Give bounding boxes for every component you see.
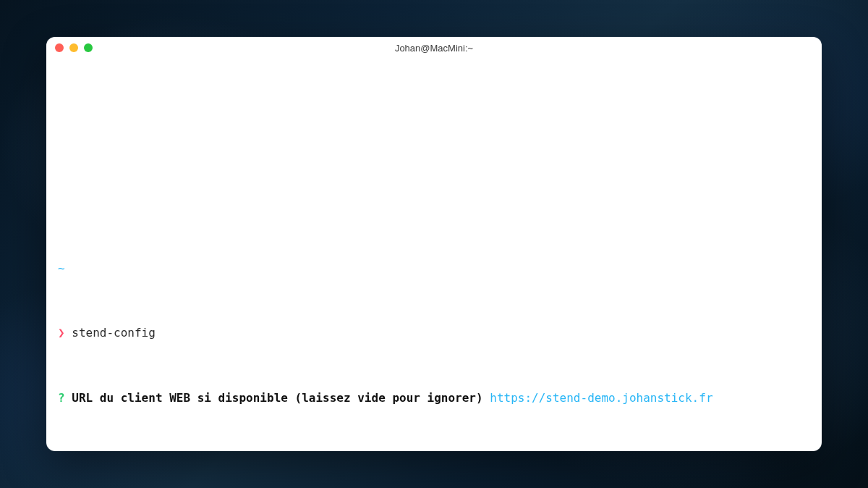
terminal-window: Johan@MacMini:~ ~ ❯ stend-config ? URL d… xyxy=(46,37,822,451)
command-text: stend-config xyxy=(72,326,156,340)
question-icon: ? xyxy=(58,391,65,405)
traffic-lights xyxy=(55,43,93,52)
question-answer: https://stend-demo.johanstick.fr xyxy=(490,391,712,405)
maximize-icon[interactable] xyxy=(84,43,93,52)
tilde-icon: ~ xyxy=(58,261,65,275)
question-label: URL du client WEB si disponible (laissez… xyxy=(72,391,482,405)
close-icon[interactable] xyxy=(55,43,64,52)
command-line-1: ❯ stend-config xyxy=(58,325,810,341)
window-title: Johan@MacMini:~ xyxy=(395,43,473,54)
titlebar[interactable]: Johan@MacMini:~ xyxy=(46,37,822,59)
prompt-icon: ❯ xyxy=(58,326,65,340)
cwd-indicator: ~ xyxy=(58,261,810,277)
terminal-body[interactable]: ~ ❯ stend-config ? URL du client WEB si … xyxy=(46,59,822,451)
prompt-question-1: ? URL du client WEB si disponible (laiss… xyxy=(58,390,810,406)
minimize-icon[interactable] xyxy=(69,43,78,52)
